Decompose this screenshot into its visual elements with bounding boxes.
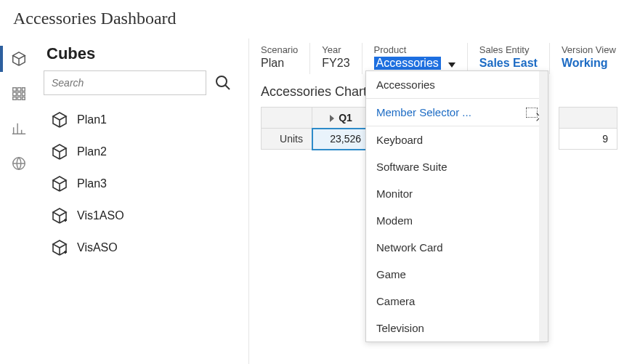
cubes-panel: Cubes Plan1 Plan2 Plan3 Vis1ASO bbox=[38, 39, 248, 364]
expand-icon[interactable] bbox=[330, 115, 334, 122]
rail-grid[interactable] bbox=[0, 84, 38, 104]
cell-q1-units[interactable]: 23,526 bbox=[312, 129, 370, 150]
pov-value: Working bbox=[562, 57, 616, 70]
grid-col-trailing bbox=[559, 108, 617, 129]
cube-plus-icon bbox=[51, 239, 68, 256]
pov-label: Year bbox=[322, 44, 349, 55]
left-icon-rail bbox=[0, 39, 38, 364]
cube-item-label: Plan1 bbox=[77, 113, 107, 126]
page-title: Accessories Dashboard bbox=[0, 0, 640, 39]
dd-item-label: Accessories bbox=[376, 78, 435, 91]
dd-item-keyboard[interactable]: Keyboard bbox=[366, 126, 548, 153]
pov-value: Sales East bbox=[479, 57, 538, 70]
cube-item-label: Vis1ASO bbox=[77, 209, 124, 222]
main-layout: Cubes Plan1 Plan2 Plan3 Vis1ASO bbox=[0, 39, 640, 364]
pov-version[interactable]: Version View Working bbox=[550, 43, 628, 74]
content-area: Scenario Plan Year FY23 Product Accessor… bbox=[248, 39, 640, 364]
dd-item-label: Network Card bbox=[376, 241, 443, 254]
dd-member-selector[interactable]: Member Selector ... bbox=[366, 98, 548, 126]
grid-corner bbox=[262, 108, 312, 129]
cubes-panel-title: Cubes bbox=[44, 44, 235, 63]
cube-item-vis1aso[interactable]: Vis1ASO bbox=[51, 200, 235, 232]
svg-rect-5 bbox=[23, 92, 25, 96]
dd-item-television[interactable]: Television bbox=[366, 315, 548, 341]
row-label-units[interactable]: Units bbox=[262, 129, 312, 150]
search-button[interactable] bbox=[211, 70, 235, 95]
dd-item-label: Modem bbox=[376, 214, 413, 227]
cube-plus-icon bbox=[51, 207, 68, 225]
dd-item-label: Television bbox=[376, 322, 424, 334]
svg-rect-0 bbox=[13, 88, 17, 92]
pov-entity[interactable]: Sales Entity Sales East bbox=[468, 43, 550, 74]
pov-value-selected: Accessories bbox=[374, 57, 441, 70]
dd-item-label: Member Selector ... bbox=[376, 106, 471, 118]
cube-item-label: VisASO bbox=[77, 241, 118, 254]
dd-item-monitor[interactable]: Monitor bbox=[366, 180, 548, 207]
cube-item-visaso[interactable]: VisASO bbox=[51, 232, 235, 264]
cube-icon bbox=[51, 175, 68, 193]
cube-icon bbox=[51, 111, 68, 129]
svg-rect-6 bbox=[13, 97, 17, 100]
dd-item-label: Software Suite bbox=[376, 161, 447, 173]
cell-trailing[interactable]: 9 bbox=[559, 129, 617, 150]
bar-chart-icon bbox=[11, 121, 27, 137]
cube-list: Plan1 Plan2 Plan3 Vis1ASO VisASO bbox=[44, 104, 235, 264]
grid-icon bbox=[11, 86, 27, 102]
cube-item-label: Plan3 bbox=[77, 177, 107, 190]
rail-chart[interactable] bbox=[0, 118, 38, 139]
svg-rect-3 bbox=[13, 92, 17, 96]
search-input[interactable] bbox=[44, 70, 206, 95]
cube-item-label: Plan2 bbox=[77, 145, 107, 158]
svg-rect-7 bbox=[17, 97, 21, 100]
dropdown-scrollbar[interactable] bbox=[539, 71, 548, 341]
dd-item-game[interactable]: Game bbox=[366, 261, 548, 288]
svg-rect-1 bbox=[17, 88, 21, 92]
dd-item-software-suite[interactable]: Software Suite bbox=[366, 153, 548, 180]
globe-icon bbox=[11, 155, 27, 171]
chevron-down-icon[interactable] bbox=[448, 62, 455, 68]
dd-item-label: Camera bbox=[376, 295, 415, 307]
rail-globe[interactable] bbox=[0, 153, 38, 174]
pov-label: Version View bbox=[562, 44, 616, 55]
cube-item-plan3[interactable]: Plan3 bbox=[51, 168, 235, 200]
pov-product[interactable]: Product Accessories bbox=[362, 43, 468, 74]
dd-item-network-card[interactable]: Network Card bbox=[366, 234, 548, 261]
svg-rect-8 bbox=[23, 97, 25, 100]
cube-item-plan1[interactable]: Plan1 bbox=[51, 104, 235, 136]
member-selector-icon bbox=[526, 108, 538, 118]
dd-item-accessories[interactable]: Accessories bbox=[366, 71, 548, 98]
svg-point-10 bbox=[216, 76, 227, 86]
pov-value: FY23 bbox=[322, 57, 349, 70]
product-dropdown: Accessories Member Selector ... Keyboard… bbox=[365, 70, 548, 342]
pov-year[interactable]: Year FY23 bbox=[310, 43, 362, 74]
rail-cube[interactable] bbox=[0, 49, 38, 69]
pov-value: Plan bbox=[261, 57, 298, 70]
dd-item-camera[interactable]: Camera bbox=[366, 288, 548, 315]
dd-item-label: Keyboard bbox=[376, 134, 423, 146]
col-header-label: Q1 bbox=[339, 112, 352, 124]
grid-col-q1[interactable]: Q1 bbox=[312, 108, 370, 129]
cube-icon bbox=[51, 143, 68, 161]
cube-item-plan2[interactable]: Plan2 bbox=[51, 136, 235, 168]
pov-label: Scenario bbox=[261, 44, 298, 55]
svg-rect-2 bbox=[23, 88, 25, 92]
pov-label: Product bbox=[374, 44, 455, 55]
dd-item-label: Game bbox=[376, 268, 406, 280]
dd-item-modem[interactable]: Modem bbox=[366, 207, 548, 234]
cube-icon bbox=[11, 51, 27, 67]
svg-rect-4 bbox=[17, 92, 21, 96]
pov-bar: Scenario Plan Year FY23 Product Accessor… bbox=[249, 39, 640, 74]
search-row bbox=[44, 70, 235, 95]
pov-scenario[interactable]: Scenario Plan bbox=[249, 43, 310, 74]
pov-label: Sales Entity bbox=[479, 44, 538, 55]
search-icon bbox=[214, 74, 232, 92]
dd-item-label: Monitor bbox=[376, 187, 413, 200]
